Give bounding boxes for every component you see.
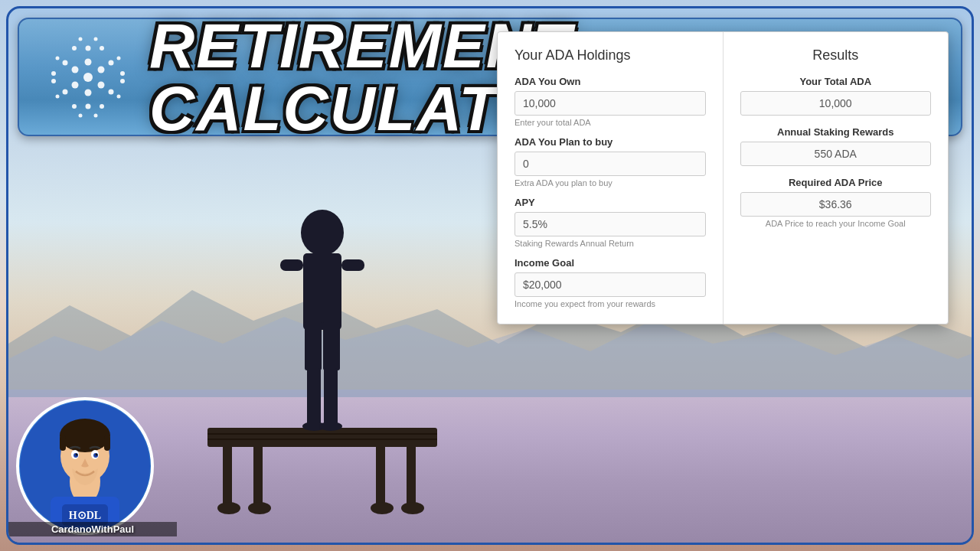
staking-rewards-label: Annual Staking Rewards <box>740 126 932 138</box>
svg-rect-18 <box>323 321 340 370</box>
svg-point-24 <box>85 58 92 65</box>
channel-watermark: CardanoWithPaul <box>8 522 177 536</box>
svg-point-10 <box>401 502 424 514</box>
outer-frame: RETIREMENT CALCULATOR Your ADA Holdings … <box>6 6 974 545</box>
svg-rect-3 <box>223 447 232 508</box>
cardano-logo-icon <box>42 31 134 123</box>
svg-text:H⊙DL: H⊙DL <box>69 510 101 521</box>
required-ada-price-value <box>740 192 932 217</box>
svg-point-48 <box>79 37 83 41</box>
svg-rect-57 <box>104 435 110 451</box>
svg-rect-4 <box>253 447 263 508</box>
svg-rect-20 <box>324 368 338 425</box>
svg-point-37 <box>72 46 77 51</box>
svg-point-22 <box>319 422 342 431</box>
svg-point-50 <box>79 113 83 117</box>
apy-hint: Staking Rewards Annual Return <box>514 239 706 248</box>
svg-point-44 <box>56 56 60 60</box>
required-ada-price-label: Required ADA Price <box>740 177 932 188</box>
income-goal-input[interactable] <box>514 272 706 297</box>
svg-point-30 <box>86 45 91 51</box>
svg-point-36 <box>100 46 104 51</box>
svg-rect-2 <box>207 428 437 447</box>
svg-rect-19 <box>307 368 321 425</box>
ada-buy-label: ADA You Plan to buy <box>514 136 706 148</box>
income-goal-label: Income Goal <box>514 257 706 269</box>
svg-point-13 <box>301 210 344 256</box>
svg-point-51 <box>94 113 98 117</box>
income-goal-hint: Income you expect from your rewards <box>514 299 706 308</box>
svg-point-55 <box>60 419 110 452</box>
svg-rect-14 <box>303 253 341 330</box>
ada-own-label: ADA You Own <box>514 76 706 87</box>
avatar-circle: H⊙DL <box>16 397 154 535</box>
svg-point-43 <box>120 79 125 83</box>
svg-point-28 <box>98 66 105 73</box>
svg-point-7 <box>217 502 240 514</box>
svg-point-8 <box>248 502 271 514</box>
svg-point-29 <box>98 81 105 88</box>
apy-label: APY <box>514 197 706 208</box>
svg-point-34 <box>109 60 114 65</box>
right-panel: Results Your Total ADA Annual Staking Re… <box>724 32 949 324</box>
svg-rect-5 <box>376 447 385 508</box>
required-ada-price-hint: ADA Price to reach your Income Goal <box>740 219 932 228</box>
staking-rewards-value <box>740 142 932 166</box>
svg-point-46 <box>117 56 121 60</box>
svg-point-32 <box>63 60 68 65</box>
left-panel-title: Your ADA Holdings <box>514 47 706 64</box>
svg-point-63 <box>96 454 98 456</box>
svg-point-26 <box>72 66 79 73</box>
svg-point-23 <box>83 73 93 82</box>
svg-point-45 <box>56 94 60 98</box>
svg-point-47 <box>117 94 121 98</box>
svg-point-25 <box>85 89 92 96</box>
svg-rect-56 <box>60 435 66 451</box>
svg-point-62 <box>76 454 78 456</box>
apy-input[interactable] <box>514 212 706 236</box>
svg-point-49 <box>94 37 98 41</box>
svg-point-42 <box>120 71 125 76</box>
left-panel: Your ADA Holdings ADA You Own Enter your… <box>498 32 724 324</box>
calculator-card: Your ADA Holdings ADA You Own Enter your… <box>497 31 949 324</box>
svg-point-33 <box>63 89 68 94</box>
svg-point-38 <box>100 104 104 109</box>
svg-rect-15 <box>280 259 303 271</box>
svg-marker-1 <box>8 317 974 397</box>
person-silhouette-svg <box>162 160 483 543</box>
ada-own-hint: Enter your total ADA <box>514 118 706 127</box>
total-ada-label: Your Total ADA <box>740 76 932 87</box>
svg-point-39 <box>72 104 77 109</box>
ada-buy-hint: Extra ADA you plan to buy <box>514 178 706 187</box>
svg-point-9 <box>371 502 394 514</box>
svg-point-40 <box>51 71 56 76</box>
total-ada-value <box>740 91 932 116</box>
svg-point-35 <box>109 89 114 94</box>
svg-point-41 <box>51 79 56 83</box>
svg-rect-6 <box>407 447 416 508</box>
svg-rect-17 <box>305 321 322 370</box>
svg-point-31 <box>86 103 91 109</box>
svg-point-27 <box>72 81 79 88</box>
avatar-face-svg: H⊙DL <box>20 401 150 531</box>
svg-rect-16 <box>341 259 364 271</box>
ada-own-input[interactable] <box>514 91 706 116</box>
ada-buy-input[interactable] <box>514 152 706 176</box>
avatar-area: H⊙DL CardanoWithPaul <box>8 390 177 543</box>
right-panel-title: Results <box>740 47 932 64</box>
